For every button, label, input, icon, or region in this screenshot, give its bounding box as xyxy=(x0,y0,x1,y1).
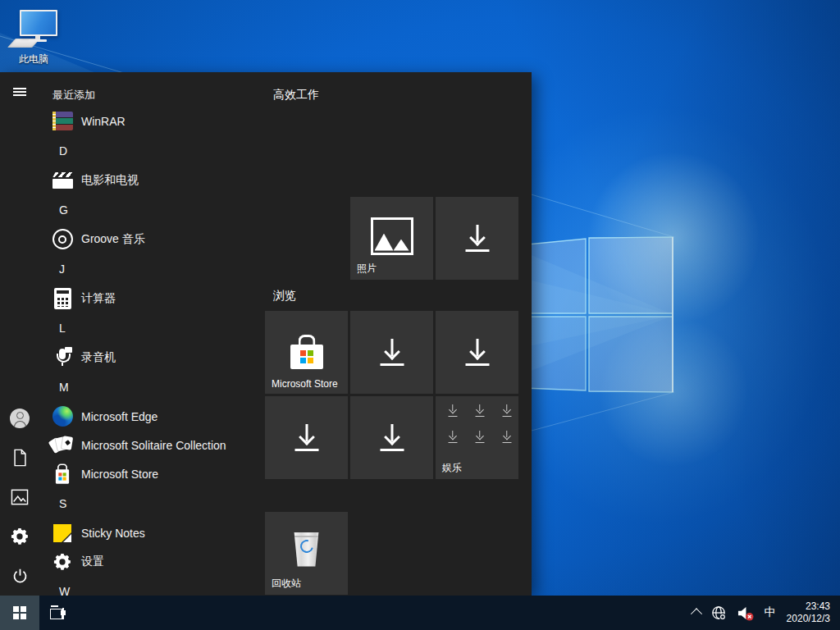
app-list-item-sticky-notes[interactable]: Sticky Notes xyxy=(39,518,262,547)
download-icon xyxy=(350,396,433,479)
tile-recycle-bin[interactable]: 回收站 xyxy=(265,512,348,595)
app-list-item-microsoft-store[interactable]: Microsoft Store xyxy=(39,459,262,488)
app-list-item-winrar[interactable]: WinRAR xyxy=(39,107,262,135)
label: Microsoft Edge xyxy=(81,410,158,423)
app-list-header: 最近添加 xyxy=(39,84,262,107)
tile-group-title: 高效工作 xyxy=(273,87,319,103)
ime-indicator[interactable]: 中 xyxy=(765,605,776,620)
volume-muted-icon xyxy=(737,605,754,621)
label: WinRAR xyxy=(81,115,126,128)
settings-button[interactable] xyxy=(0,517,39,556)
taskbar: 中 23:43 2020/12/3 xyxy=(0,596,840,630)
label: D xyxy=(59,144,67,158)
power-button[interactable] xyxy=(0,556,39,596)
label: G xyxy=(59,203,68,217)
groove-icon xyxy=(51,228,74,251)
winrar-icon xyxy=(51,110,74,133)
tile-download-5[interactable] xyxy=(350,396,433,479)
label: Microsoft Solitaire Collection xyxy=(81,439,226,452)
this-pc-label: 此电脑 xyxy=(19,52,48,66)
solitaire-icon xyxy=(51,434,74,457)
app-list-letter-j[interactable]: J xyxy=(39,253,262,284)
label: Sticky Notes xyxy=(81,527,145,540)
tile-download-3[interactable] xyxy=(436,311,518,394)
network-button[interactable] xyxy=(711,605,726,620)
hamburger-icon xyxy=(13,86,26,98)
tile-label: 照片 xyxy=(357,262,377,276)
start-menu: 最近添加WinRARD电影和电视GGroove 音乐J计算器L录音机MMicro… xyxy=(0,72,532,596)
app-list: 最近添加WinRARD电影和电视GGroove 音乐J计算器L录音机MMicro… xyxy=(39,72,262,596)
label: M xyxy=(59,381,69,394)
tile-download-1[interactable] xyxy=(436,197,518,280)
app-list-letter-m[interactable]: M xyxy=(39,372,262,402)
documents-button[interactable] xyxy=(0,438,39,477)
download-icon xyxy=(436,311,518,394)
app-list-item-microsoft-solitaire-collection[interactable]: Microsoft Solitaire Collection xyxy=(39,431,262,459)
app-list-item-microsoft-edge[interactable]: Microsoft Edge xyxy=(39,402,262,431)
app-list-item-groove-music[interactable]: Groove 音乐 xyxy=(39,225,262,253)
tile-area: 高效工作照片浏览Microsoft Store娱乐回收站 xyxy=(265,72,532,596)
download-folder-icon xyxy=(447,404,512,443)
app-list-letter-s[interactable]: S xyxy=(39,488,262,518)
download-icon xyxy=(265,396,348,479)
gear-icon xyxy=(11,527,29,546)
user-icon xyxy=(10,409,30,428)
network-globe-icon xyxy=(711,605,726,620)
user-account-button[interactable] xyxy=(0,399,39,438)
expand-menu-button[interactable] xyxy=(0,72,39,112)
app-list-letter-l[interactable]: L xyxy=(39,313,262,343)
start-menu-rail xyxy=(0,72,39,596)
label: L xyxy=(59,322,66,335)
label: Microsoft Store xyxy=(81,468,158,481)
label: 电影和电视 xyxy=(81,173,139,188)
voice-recorder-icon xyxy=(51,346,74,369)
app-list-letter-d[interactable]: D xyxy=(39,135,262,166)
app-list-letter-g[interactable]: G xyxy=(39,194,262,225)
app-list-letter-w[interactable]: W xyxy=(39,576,262,596)
clock-date: 2020/12/3 xyxy=(787,613,830,625)
label: J xyxy=(59,262,65,276)
this-pc-icon xyxy=(10,8,57,51)
label: S xyxy=(59,497,66,510)
document-icon xyxy=(12,449,28,467)
label: W xyxy=(59,585,70,596)
app-list-item-voice-recorder[interactable]: 录音机 xyxy=(39,343,262,372)
calculator-icon xyxy=(51,287,74,310)
clock[interactable]: 23:43 2020/12/3 xyxy=(787,600,830,625)
tile-download-4[interactable] xyxy=(265,396,348,479)
sticky-notes-icon xyxy=(51,522,74,545)
app-list-item-calculator[interactable]: 计算器 xyxy=(39,284,262,313)
app-list-item-movies-tv[interactable]: 电影和电视 xyxy=(39,166,262,194)
pictures-icon xyxy=(11,489,29,505)
app-list-item-settings[interactable]: 设置 xyxy=(39,547,262,576)
label: 录音机 xyxy=(81,350,116,365)
label: 最近添加 xyxy=(52,88,95,103)
settings-icon xyxy=(51,550,74,573)
tile-microsoft-store[interactable]: Microsoft Store xyxy=(265,311,348,394)
tile-photos[interactable]: 照片 xyxy=(350,197,433,280)
tile-label: 娱乐 xyxy=(442,461,462,475)
movies-tv-icon xyxy=(51,169,74,192)
windows-logo-icon xyxy=(13,606,26,619)
volume-button[interactable] xyxy=(737,605,754,621)
store-icon xyxy=(51,463,74,486)
start-button[interactable] xyxy=(0,596,39,630)
chevron-up-icon xyxy=(691,608,702,619)
label: Groove 音乐 xyxy=(81,232,145,247)
power-icon xyxy=(11,568,29,585)
download-icon xyxy=(436,197,518,280)
clock-time: 23:43 xyxy=(806,600,830,613)
task-view-button[interactable] xyxy=(39,596,77,630)
system-tray: 中 23:43 2020/12/3 xyxy=(692,596,840,630)
download-icon xyxy=(350,311,433,394)
show-hidden-icons-button[interactable] xyxy=(692,609,701,617)
edge-icon xyxy=(51,405,74,428)
label: 设置 xyxy=(81,555,104,569)
label: 计算器 xyxy=(81,291,116,306)
desktop-icon-this-pc[interactable]: 此电脑 xyxy=(7,8,61,66)
pictures-button[interactable] xyxy=(0,477,39,517)
tile-entertainment-folder[interactable]: 娱乐 xyxy=(436,396,518,479)
tile-label: Microsoft Store xyxy=(272,378,338,390)
tile-download-2[interactable] xyxy=(350,311,433,394)
tile-group-title: 浏览 xyxy=(273,288,296,304)
